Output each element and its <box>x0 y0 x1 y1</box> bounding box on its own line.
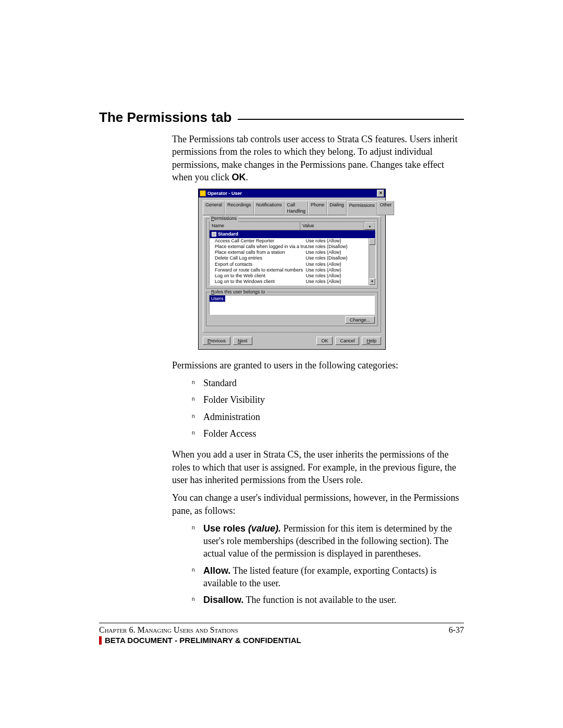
permission-rows: Access Call Center ReporterUse roles (Al… <box>210 238 369 285</box>
dialog-titlebar: Operator - User ✕ <box>199 189 385 198</box>
collapse-icon <box>212 232 216 237</box>
scroll-thumb[interactable] <box>369 238 375 245</box>
perm-row[interactable]: Forward or route calls to external numbe… <box>210 267 369 273</box>
opt-rest: The listed feature (for example, exporti… <box>203 565 436 588</box>
permissions-table: Name Value ▲ Standard <box>209 221 376 285</box>
categories-intro: Permissions are granted to users in the … <box>172 359 464 372</box>
section-heading: The Permissions tab <box>99 109 231 126</box>
list-item: Disallow. The function is not available … <box>192 594 464 606</box>
perm-name: Delete Call Log entries <box>215 255 306 261</box>
cancel-button[interactable]: Cancel <box>335 337 359 345</box>
footer-chapter: Chapter 6. Managing Users and Stations <box>99 625 238 635</box>
perm-value: Use roles (Allow) <box>306 267 369 273</box>
permissions-legend: Permissions <box>210 215 238 221</box>
intro-paragraph: The Permissions tab controls user access… <box>172 133 464 183</box>
perm-name: Log on to the Windows client <box>215 279 306 285</box>
options-list: Use roles (value). Permission for this i… <box>172 522 464 607</box>
tab-general[interactable]: General <box>203 201 225 215</box>
tabs-row: General Recordings Notifications Call Ha… <box>203 201 381 215</box>
perm-name: Place external calls when logged in via … <box>215 244 306 250</box>
ok-button[interactable]: OK <box>316 337 333 345</box>
tab-other[interactable]: Other <box>377 201 395 215</box>
col-header-value[interactable]: Value <box>300 222 364 230</box>
category-label: Standard <box>218 231 238 237</box>
list-item: Allow. The listed feature (for example, … <box>192 564 464 590</box>
change-paragraph: You can change a user's individual permi… <box>172 491 464 517</box>
col-header-name[interactable]: Name <box>210 222 300 230</box>
help-button[interactable]: Help <box>362 337 381 345</box>
role-item-users[interactable]: Users <box>210 295 225 302</box>
perm-row[interactable]: Place external calls from a stationUse r… <box>210 250 369 255</box>
category-row-standard[interactable]: Standard <box>210 230 375 238</box>
perm-name: Export of contacts <box>215 262 306 267</box>
tab-phone[interactable]: Phone <box>308 201 327 215</box>
intro-ok: OK <box>231 172 246 182</box>
opt-bold: Disallow. <box>203 595 243 605</box>
vertical-scrollbar[interactable]: ▼ <box>369 238 375 285</box>
perm-row[interactable]: Log on to the Windows clientUse roles (A… <box>210 279 369 285</box>
footer-page-number: 6-37 <box>449 625 464 635</box>
categories-list: Standard Folder Visibility Administratio… <box>172 377 464 440</box>
opt-bold: Use roles <box>203 523 248 534</box>
perm-name: Forward or route calls to external numbe… <box>215 267 306 273</box>
list-item: Administration <box>192 411 464 423</box>
perm-value: Use roles (Allow) <box>306 262 369 267</box>
perm-value: Use roles (Disallow) <box>306 255 369 261</box>
list-item: Standard <box>192 377 464 389</box>
perm-value: Use roles (Allow) <box>306 273 369 279</box>
perm-row[interactable]: Delete Call Log entriesUse roles (Disall… <box>210 255 369 261</box>
perm-row[interactable]: Access Call Center ReporterUse roles (Al… <box>210 238 369 244</box>
opt-bold: Allow. <box>203 565 230 576</box>
tab-permissions[interactable]: Permissions <box>347 201 377 216</box>
intro-text-end: . <box>246 172 248 182</box>
opt-rest: The function is not available to the use… <box>243 595 396 605</box>
scroll-down-icon[interactable]: ▼ <box>369 278 375 285</box>
perm-row[interactable]: Log on to the Web clientUse roles (Allow… <box>210 273 369 279</box>
opt-ital: (value). <box>248 523 281 534</box>
roles-listbox[interactable]: Users <box>209 295 375 315</box>
tab-call-handling[interactable]: Call Handling <box>285 201 309 215</box>
perm-value: Use roles (Disallow) <box>306 244 369 250</box>
close-icon[interactable]: ✕ <box>377 190 384 197</box>
change-button[interactable]: Change... <box>345 316 375 324</box>
tab-dialing[interactable]: Dialing <box>327 201 347 215</box>
list-item: Use roles (value). Permission for this i… <box>192 522 464 560</box>
perm-name: Place external calls from a station <box>215 250 306 255</box>
footer-bar-icon <box>99 636 102 645</box>
tab-recordings[interactable]: Recordings <box>225 201 254 215</box>
next-button[interactable]: Next <box>233 337 252 345</box>
roles-groupbox: Roles this user belongs to Users Change.… <box>206 292 378 326</box>
dialog-title: Operator - User <box>207 190 242 196</box>
permissions-groupbox: Permissions Name Value ▲ Standard <box>206 218 378 288</box>
scroll-up-icon[interactable]: ▲ <box>364 222 375 230</box>
list-item: Folder Access <box>192 427 464 440</box>
previous-button[interactable]: Previous <box>203 337 230 345</box>
perm-value: Use roles (Allow) <box>306 238 369 244</box>
heading-rule <box>238 119 464 120</box>
tab-notifications[interactable]: Notifications <box>254 201 285 215</box>
perm-value: Use roles (Allow) <box>306 250 369 255</box>
inherit-paragraph: When you add a user in Strata CS, the us… <box>172 448 464 486</box>
perm-row[interactable]: Export of contactsUse roles (Allow) <box>210 262 369 267</box>
perm-row[interactable]: Place external calls when logged in via … <box>210 244 369 250</box>
app-icon <box>200 190 206 196</box>
dialog-screenshot: Operator - User ✕ General Recordings Not… <box>198 189 386 350</box>
perm-name: Log on to the Web client <box>215 273 306 279</box>
perm-value: Use roles (Allow) <box>306 279 369 285</box>
list-item: Folder Visibility <box>192 393 464 406</box>
page-footer: Chapter 6. Managing Users and Stations 6… <box>99 623 464 645</box>
footer-beta-text: BETA DOCUMENT - PRELIMINARY & CONFIDENTI… <box>105 636 301 645</box>
roles-legend: Roles this user belongs to <box>210 289 267 295</box>
intro-text-1: The Permissions tab controls user access… <box>172 134 458 182</box>
perm-name: Access Call Center Reporter <box>215 238 306 244</box>
